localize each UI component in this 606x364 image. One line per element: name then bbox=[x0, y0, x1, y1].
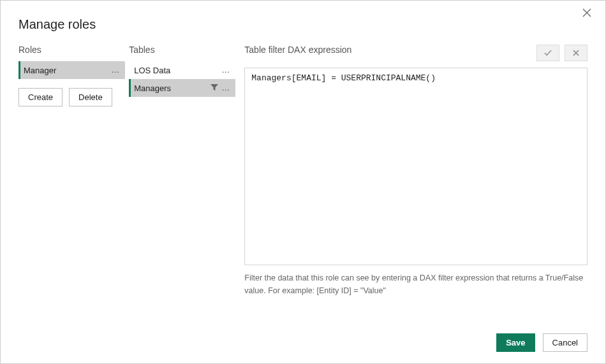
apply-filter-button[interactable] bbox=[536, 45, 559, 61]
tables-header: Tables bbox=[129, 45, 235, 55]
role-label: Manager bbox=[24, 66, 111, 75]
more-icon[interactable]: … bbox=[111, 68, 120, 72]
table-label: Managers bbox=[134, 84, 210, 93]
dialog-footer: Save Cancel bbox=[18, 333, 588, 352]
filter-icon bbox=[210, 83, 219, 94]
dax-expression-input[interactable]: Managers[EMAIL] = USERPRINCIPALNAME() bbox=[244, 68, 588, 265]
filter-helper-text: Filter the data that this role can see b… bbox=[244, 272, 588, 297]
roles-list: Manager … bbox=[18, 61, 125, 79]
save-button[interactable]: Save bbox=[496, 333, 535, 352]
delete-role-button[interactable]: Delete bbox=[69, 88, 112, 106]
create-role-button[interactable]: Create bbox=[18, 88, 63, 106]
dialog-body: Roles Manager … Create Delete Tables LOS… bbox=[18, 45, 588, 324]
tables-column: Tables LOS Data … Managers … bbox=[129, 45, 235, 324]
role-item[interactable]: Manager … bbox=[18, 61, 125, 79]
table-label: LOS Data bbox=[134, 66, 221, 75]
more-icon[interactable]: … bbox=[221, 68, 230, 72]
filter-column: Table filter DAX expression Managers[EMA… bbox=[244, 45, 588, 324]
manage-roles-dialog: Manage roles Roles Manager … Create Dele… bbox=[0, 0, 606, 364]
roles-header: Roles bbox=[18, 45, 125, 55]
tables-list: LOS Data … Managers … bbox=[129, 61, 235, 97]
roles-column: Roles Manager … Create Delete bbox=[18, 45, 125, 324]
close-button[interactable] bbox=[582, 8, 595, 21]
cancel-button[interactable]: Cancel bbox=[543, 333, 588, 352]
dialog-title: Manage roles bbox=[18, 17, 588, 32]
table-item[interactable]: LOS Data … bbox=[129, 61, 235, 79]
filter-header: Table filter DAX expression bbox=[244, 45, 531, 55]
table-item[interactable]: Managers … bbox=[129, 79, 235, 97]
more-icon[interactable]: … bbox=[221, 86, 230, 90]
revert-filter-button[interactable] bbox=[565, 45, 588, 61]
